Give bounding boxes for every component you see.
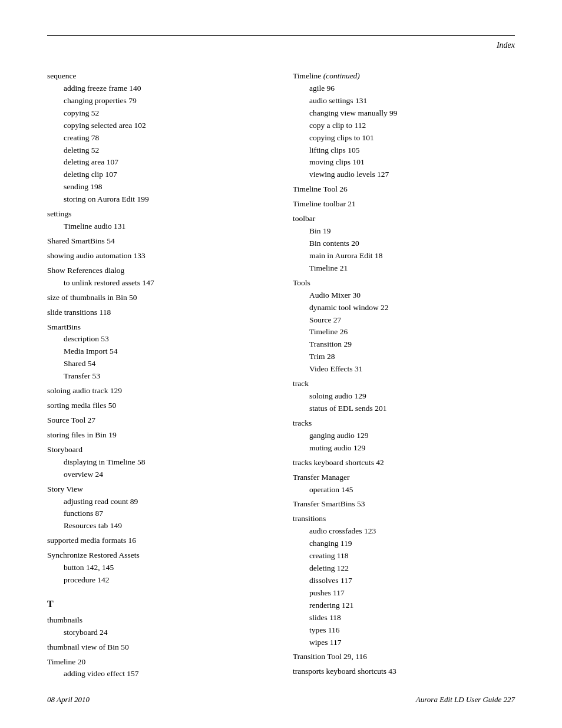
entry-main: supported media formats 16 bbox=[47, 535, 269, 547]
entry-sub: copy a clip to 112 bbox=[293, 120, 515, 132]
entry-sub: Trim 28 bbox=[293, 351, 515, 363]
header-title: Index bbox=[497, 41, 515, 50]
entry-sub: audio settings 131 bbox=[293, 95, 515, 107]
footer-date: 08 April 2010 bbox=[47, 695, 90, 704]
entry-main: Synchronize Restored Assets bbox=[47, 549, 269, 562]
entry-sub: Bin contents 20 bbox=[293, 238, 515, 250]
entry-sub: changing 119 bbox=[293, 538, 515, 550]
section-letter: T bbox=[47, 597, 269, 612]
entry-sub: types 116 bbox=[293, 624, 515, 637]
entry-main: Transition Tool 29, 116 bbox=[293, 651, 515, 663]
entry-sub: pushes 117 bbox=[293, 587, 515, 599]
entry-sub: soloing audio 129 bbox=[293, 390, 515, 403]
entry-sub: wipes 117 bbox=[293, 637, 515, 649]
entry-sub: audio crossfades 123 bbox=[293, 525, 515, 538]
entry-main: size of thumbnails in Bin 50 bbox=[47, 292, 269, 304]
entry-sub: Transition 29 bbox=[293, 338, 515, 351]
entry-main: track bbox=[293, 378, 515, 390]
entry-main: soloing audio track 129 bbox=[47, 385, 269, 397]
entry-sub: Audio Mixer 30 bbox=[293, 289, 515, 302]
entry-main: Story View bbox=[47, 483, 269, 496]
entry-main: Tools bbox=[293, 277, 515, 289]
entry-sub: sending 198 bbox=[47, 181, 269, 193]
entry-sub: creating 118 bbox=[293, 550, 515, 562]
entry-sub: dynamic tool window 22 bbox=[293, 302, 515, 314]
entry-main: settings bbox=[47, 208, 269, 220]
entry-main: Timeline 20 bbox=[47, 656, 269, 668]
entry-sub: creating 78 bbox=[47, 132, 269, 144]
entry-main: transitions bbox=[293, 513, 515, 525]
entry-sub: to unlink restored assets 147 bbox=[47, 277, 269, 289]
entry-main: Show References dialog bbox=[47, 265, 269, 277]
entry-sub: slides 118 bbox=[293, 612, 515, 624]
entry-sub: lifting clips 105 bbox=[293, 144, 515, 157]
entry-sub: overview 24 bbox=[47, 469, 269, 481]
entry-sub: storyboard 24 bbox=[47, 627, 269, 639]
left-column: sequenceadding freeze frame 140changing … bbox=[47, 68, 269, 680]
entry-sub: button 142, 145 bbox=[47, 562, 269, 574]
entry-sub: dissolves 117 bbox=[293, 575, 515, 587]
entry-main: tracks bbox=[293, 417, 515, 430]
entry-sub: Bin 19 bbox=[293, 225, 515, 238]
entry-main: sequence bbox=[47, 70, 269, 83]
entry-sub: muting audio 129 bbox=[293, 442, 515, 454]
entry-sub: Media Import 54 bbox=[47, 345, 269, 358]
entry-sub: copying selected area 102 bbox=[47, 120, 269, 132]
entry-main: Timeline Tool 26 bbox=[293, 183, 515, 196]
entry-sub: storing on Aurora Edit 199 bbox=[47, 193, 269, 206]
right-column: Timeline (continued)agile 96audio settin… bbox=[293, 68, 515, 680]
entry-main: tracks keyboard shortcuts 42 bbox=[293, 457, 515, 469]
entry-sub: copying 52 bbox=[47, 107, 269, 120]
entry-sub: deleting area 107 bbox=[47, 156, 269, 169]
entry-main: slide transitions 118 bbox=[47, 307, 269, 319]
entry-sub: adjusting read count 89 bbox=[47, 496, 269, 508]
entry-main: toolbar bbox=[293, 213, 515, 225]
entry-main: Timeline toolbar 21 bbox=[293, 198, 515, 210]
entry-sub: viewing audio levels 127 bbox=[293, 169, 515, 181]
entry-sub: procedure 142 bbox=[47, 574, 269, 587]
entry-main: Source Tool 27 bbox=[47, 414, 269, 427]
entry-sub: Video Effects 31 bbox=[293, 363, 515, 375]
entry-sub: ganging audio 129 bbox=[293, 430, 515, 442]
entry-main: Timeline (continued) bbox=[293, 70, 515, 83]
entry-sub: status of EDL sends 201 bbox=[293, 403, 515, 415]
entry-sub: description 53 bbox=[47, 333, 269, 345]
entry-main: Storyboard bbox=[47, 444, 269, 456]
entry-sub: rendering 121 bbox=[293, 599, 515, 612]
entry-sub: Timeline 21 bbox=[293, 262, 515, 275]
entry-sub: main in Aurora Edit 18 bbox=[293, 250, 515, 262]
entry-main: Transfer SmartBins 53 bbox=[293, 498, 515, 510]
entry-main: showing audio automation 133 bbox=[47, 250, 269, 262]
page-footer: 08 April 2010 Aurora Edit LD User Guide … bbox=[47, 695, 515, 704]
entry-sub: adding freeze frame 140 bbox=[47, 83, 269, 95]
entry-sub: displaying in Timeline 58 bbox=[47, 456, 269, 469]
content-columns: sequenceadding freeze frame 140changing … bbox=[47, 68, 515, 680]
entry-sub: Transfer 53 bbox=[47, 370, 269, 383]
entry-sub: Timeline audio 131 bbox=[47, 220, 269, 233]
entry-sub: Resources tab 149 bbox=[47, 520, 269, 532]
entry-sub: copying clips to 101 bbox=[293, 132, 515, 144]
page-header: Index bbox=[47, 41, 515, 50]
footer-page: Aurora Edit LD User Guide 227 bbox=[416, 695, 515, 704]
entry-main: storing files in Bin 19 bbox=[47, 429, 269, 442]
entry-sub: Shared 54 bbox=[47, 358, 269, 370]
entry-sub: moving clips 101 bbox=[293, 156, 515, 169]
entry-sub: adding video effect 157 bbox=[47, 668, 269, 680]
entry-main: SmartBins bbox=[47, 321, 269, 334]
entry-sub: operation 145 bbox=[293, 484, 515, 496]
entry-sub: Timeline 26 bbox=[293, 326, 515, 338]
entry-main: thumbnail view of Bin 50 bbox=[47, 641, 269, 654]
entry-main: transports keyboard shortcuts 43 bbox=[293, 666, 515, 678]
entry-sub: deleting 122 bbox=[293, 562, 515, 575]
entry-main: Shared SmartBins 54 bbox=[47, 235, 269, 248]
header-rule bbox=[47, 35, 515, 36]
entry-sub: deleting 52 bbox=[47, 144, 269, 157]
entry-sub: deleting clip 107 bbox=[47, 169, 269, 181]
entry-sub: changing properties 79 bbox=[47, 95, 269, 107]
entry-main: sorting media files 50 bbox=[47, 400, 269, 412]
entry-main: Transfer Manager bbox=[293, 472, 515, 484]
entry-sub: Source 27 bbox=[293, 314, 515, 327]
entry-main: thumbnails bbox=[47, 614, 269, 627]
entry-sub: changing view manually 99 bbox=[293, 107, 515, 120]
page: Index sequenceadding freeze frame 140cha… bbox=[0, 0, 562, 728]
